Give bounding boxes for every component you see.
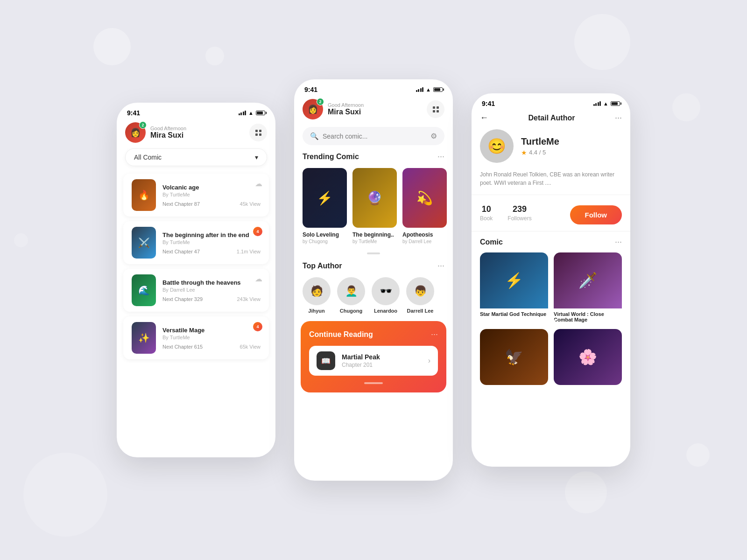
status-icons-left: ▲ (239, 110, 265, 116)
filter-icon[interactable]: ⚙ (430, 132, 437, 140)
author-bio: John Ronald Reuel Tolkien, CBE was an ko… (472, 170, 630, 195)
trending-thumb: 💫 (402, 168, 447, 228)
battery-icon (611, 101, 620, 106)
comic-thumb: ✨ (132, 322, 156, 354)
status-icons-center: ▲ (416, 87, 443, 92)
continue-bar (364, 382, 383, 384)
greeting: Good Afternoon (150, 126, 186, 131)
greeting-center: Good Afternoon (328, 102, 364, 108)
menu-button[interactable] (249, 124, 267, 141)
continue-thumb: 📖 (317, 351, 335, 370)
author-card[interactable]: 👦 Darrell Lee (406, 277, 434, 314)
comic-grid-card[interactable]: 🌸 (554, 329, 622, 385)
author-stats-row: 10 Book 239 Followers Follow (472, 195, 630, 231)
username: Mira Suxi (150, 131, 186, 140)
comic-list: 🔥 Volcanic age By TurtleMe Next Chapter … (117, 174, 275, 359)
header-left-center: 👩 2 Good Afternoon Mira Suxi (303, 99, 364, 119)
back-button[interactable]: ← (480, 113, 488, 123)
comic-meta: Next Chapter 615 65k View (162, 344, 261, 350)
comic-grid-card[interactable]: 🗡️ Virtual World : Close Combat Mage (554, 252, 622, 323)
category-dropdown[interactable]: All Comic ▾ (125, 148, 267, 166)
comic-item[interactable]: ⚔️ The beginning after in the end By Tur… (123, 221, 269, 264)
notification-badge-center: 2 (317, 98, 324, 105)
unread-badge: 4 (253, 227, 262, 236)
wifi-icon: ▲ (426, 87, 431, 92)
trending-thumb-img: 💫 (402, 168, 447, 228)
trending-card[interactable]: 💫 Apotheosis by Darrell Lee (402, 168, 447, 244)
comic-grid-card[interactable]: ⚡ Star Martial God Technique (480, 252, 548, 323)
comic-author: By Darrell Lee (162, 287, 261, 293)
trending-row: ⚡ Solo Leveling by Chugong 🔮 The beginni… (294, 168, 453, 246)
comic-more-button[interactable]: ··· (615, 237, 622, 247)
phone-right: 9:41 ▲ ← Detail Author ··· 😊 TurtleMe ★ (472, 93, 630, 467)
wifi-icon: ▲ (603, 101, 608, 106)
trending-card[interactable]: ⚡ Solo Leveling by Chugong (303, 168, 347, 244)
wifi-icon: ▲ (248, 110, 254, 116)
trending-thumb-img: 🔮 (352, 168, 397, 228)
comic-info: The beginning after in the end By Turtle… (162, 231, 261, 254)
notification-badge: 2 (139, 121, 147, 129)
comic-info: Volcanic age By TurtleMe Next Chapter 87… (162, 184, 261, 207)
phones-container: 9:41 ▲ 👩 2 Good Afternoon Mira Suxi (117, 79, 630, 481)
status-bar-left: 9:41 ▲ (117, 103, 275, 119)
books-stat: 10 Book (480, 204, 493, 222)
follow-button[interactable]: Follow (570, 205, 622, 224)
continue-reading-section: Continue Reading ··· 📖 Martial Peak Chap… (301, 321, 446, 392)
trending-title-text: Apotheosis (402, 231, 447, 238)
comic-meta: Next Chapter 329 243k View (162, 296, 261, 302)
status-icons-right: ▲ (593, 101, 620, 106)
comic-grid-card[interactable]: 🦅 (480, 329, 548, 385)
battery-icon (256, 111, 265, 115)
comic-views: 45k View (240, 201, 261, 207)
status-bar-right: 9:41 ▲ (472, 93, 630, 109)
header-text-center: Good Afternoon Mira Suxi (328, 102, 364, 116)
menu-button-center[interactable] (427, 100, 444, 118)
top-author-section: Top Author ··· (294, 261, 453, 271)
comic-meta: Next Chapter 47 1.1m View (162, 249, 261, 254)
search-bar[interactable]: 🔍 ⚙ (303, 127, 444, 145)
continue-info: Martial Peak Chapter 201 (342, 353, 422, 368)
trending-thumb: ⚡ (303, 168, 347, 228)
comic-chapter: Next Chapter 615 (162, 344, 203, 350)
comic-meta: Next Chapter 87 45k View (162, 201, 261, 207)
top-author-title: Top Author (303, 262, 342, 270)
phone-center: 9:41 ▲ 👩 2 Good Afternoon Mira Suxi (294, 79, 453, 481)
chevron-right-icon: › (428, 357, 430, 365)
author-details: TurtleMe ★ 4.4 / 5 (521, 136, 559, 156)
comic-item[interactable]: ✨ Versatile Mage By TurtleMe Next Chapte… (123, 316, 269, 359)
comic-item[interactable]: 🔥 Volcanic age By TurtleMe Next Chapter … (123, 174, 269, 217)
trending-author: by Chugong (303, 239, 347, 244)
avatar-wrap: 👩 2 (125, 122, 146, 143)
author-card[interactable]: 👨‍🦱 Chugong (337, 277, 365, 314)
rating-value: 4.4 / 5 (529, 149, 546, 156)
author-card[interactable]: 🧑 Jihyun (303, 277, 331, 314)
download-icon[interactable]: ☁ (255, 179, 262, 188)
page-indicator (294, 252, 453, 254)
top-author-more-button[interactable]: ··· (437, 261, 444, 271)
trending-card[interactable]: 🔮 The beginning.. by TurtleMe (352, 168, 397, 244)
signal-icon (239, 111, 247, 115)
comic-item[interactable]: 🌊 Battle through the heavens By Darrell … (123, 269, 269, 312)
download-icon[interactable]: ☁ (255, 274, 262, 283)
trending-thumb: 🔮 (352, 168, 397, 228)
comic-thumb: 🔥 (132, 179, 156, 211)
continue-more-button[interactable]: ··· (431, 329, 438, 339)
comic-views: 1.1m View (237, 249, 261, 254)
followers-count: 239 (507, 204, 531, 214)
authors-row: 🧑 Jihyun 👨‍🦱 Chugong 🕶️ Lenardoo 👦 Darre… (294, 277, 453, 314)
app-header-left: 👩 2 Good Afternoon Mira Suxi (117, 119, 275, 148)
author-avatar: 😊 (480, 129, 514, 163)
author-card[interactable]: 🕶️ Lenardoo (372, 277, 400, 314)
search-input[interactable] (323, 133, 427, 140)
author-name-sm: Darrell Lee (406, 308, 434, 314)
comic-grid-thumb: 🦅 (480, 329, 548, 385)
star-icon: ★ (521, 149, 527, 156)
trending-section: Trending Comic ··· (294, 152, 453, 161)
continue-reading-card[interactable]: 📖 Martial Peak Chapter 201 › (309, 346, 438, 376)
author-profile: 😊 TurtleMe ★ 4.4 / 5 (472, 129, 630, 170)
continue-comic-title: Martial Peak (342, 353, 422, 361)
trending-more-button[interactable]: ··· (437, 152, 444, 161)
comic-grid: ⚡ Star Martial God Technique 🗡️ Virtual … (472, 252, 630, 385)
more-options-button[interactable]: ··· (615, 113, 622, 123)
comic-grid-title: Virtual World : Close Combat Mage (554, 308, 622, 323)
